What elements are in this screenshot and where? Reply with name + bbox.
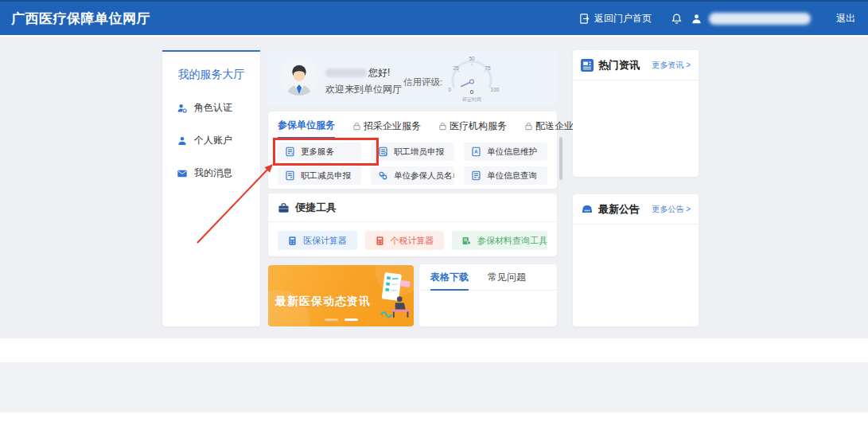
sidebar-item-label: 个人账户	[194, 134, 232, 147]
insurance-materials-query-button[interactable]: 参保材料查询工具	[452, 231, 547, 250]
services-card: 参保单位服务 招采企业服务 医疗机构服务 配送企业服务	[268, 111, 557, 189]
more-services-icon	[285, 147, 295, 157]
avatar	[281, 59, 317, 96]
unit-info-query-icon	[471, 170, 481, 181]
service-unit-info-maintain-button[interactable]: 单位信息维护	[464, 143, 547, 161]
greeting-card: 您好! 欢迎来到单位网厅 信用评级: 0 25 50 75 100 0 评定时间	[268, 50, 557, 105]
banner-pagination	[325, 318, 358, 321]
lock-icon	[524, 122, 533, 131]
return-portal-home-link[interactable]: 返回门户首页	[578, 12, 652, 25]
bell-icon	[671, 13, 683, 25]
banner-title: 最新医保动态资讯	[275, 295, 371, 309]
tab-label: 参保单位服务	[278, 119, 335, 132]
user-icon	[691, 13, 703, 25]
tab-form-download[interactable]: 表格下载	[430, 271, 469, 291]
account-user-icon[interactable]	[691, 13, 703, 25]
logout-button[interactable]: 退出	[836, 12, 855, 25]
service-label: 单位信息维护	[487, 147, 537, 158]
tab-faq[interactable]: 常见问题	[488, 271, 526, 290]
toolbox-icon	[278, 202, 290, 214]
service-label: 更多服务	[301, 147, 334, 158]
gauge-value: 0	[470, 88, 474, 96]
redacted-unit-name	[325, 68, 367, 77]
insured-list-icon	[378, 170, 388, 181]
service-label: 单位参保人员名单查询	[394, 170, 454, 182]
lock-icon	[438, 122, 447, 131]
service-label: 职工减员申报	[301, 170, 351, 182]
tab-label: 招采企业服务	[364, 119, 421, 133]
gauge-tick-75: 75	[485, 65, 491, 71]
tab-procurement-enterprise-services[interactable]: 招采企业服务	[352, 119, 421, 139]
calculator-icon	[375, 236, 385, 246]
service-label: 职工增员申报	[394, 147, 444, 158]
banner-dot-1[interactable]	[325, 318, 338, 321]
tab-medical-institution-services[interactable]: 医疗机构服务	[438, 119, 507, 139]
service-label: 单位信息查询	[487, 170, 537, 182]
header-actions: 返回门户首页 退出	[578, 12, 868, 25]
gauge-tick-0: 0	[448, 87, 451, 92]
service-insured-list-query-button[interactable]: 单位参保人员名单查询	[371, 166, 454, 185]
staff-add-icon	[378, 147, 388, 157]
tool-label: 个税计算器	[391, 235, 434, 247]
credit-rating-gauge: 0 25 50 75 100 0 评定时间	[436, 52, 508, 104]
tool-label: 医保计算器	[303, 235, 347, 247]
service-staff-add-declare-button[interactable]: 职工增员申报	[371, 143, 454, 161]
hot-news-card: 热门资讯 更多资讯 >	[573, 50, 699, 177]
avatar-illustration	[281, 59, 317, 96]
lock-icon	[352, 122, 361, 131]
tools-card: 便捷工具 医保计算器 个税计算器	[268, 193, 557, 256]
news-carousel-banner[interactable]: 最新医保动态资讯	[268, 265, 414, 326]
more-announcements-link[interactable]: 更多公告 >	[652, 204, 691, 215]
service-more-services-button[interactable]: 更多服务	[278, 143, 361, 161]
medical-insurance-calculator-button[interactable]: 医保计算器	[278, 231, 357, 250]
service-staff-remove-declare-button[interactable]: 职工减员申报	[278, 166, 361, 185]
calculator-icon	[287, 236, 298, 246]
materials-query-icon	[461, 236, 472, 246]
greeting-hello-row: 您好!	[325, 66, 390, 80]
welcome-text: 欢迎来到单位网厅	[325, 83, 402, 96]
downloads-card: 表格下载 常见问题	[419, 264, 557, 326]
banner-dot-2[interactable]	[344, 318, 358, 321]
announcements-title: 最新公告	[598, 202, 640, 217]
footer-strip	[0, 362, 868, 412]
news-icon	[581, 59, 594, 72]
messages-icon	[177, 168, 188, 179]
return-portal-home-label: 返回门户首页	[594, 12, 652, 25]
services-scrollbar-thumb[interactable]	[559, 137, 562, 180]
announcements-header: 最新公告 更多公告 >	[573, 194, 699, 225]
hot-news-title: 热门资讯	[598, 58, 640, 72]
sidebar-item-my-messages[interactable]: 我的消息	[162, 166, 260, 180]
gauge-tick-100: 100	[491, 87, 500, 92]
gauge-tick-50: 50	[469, 56, 475, 61]
role-auth-icon	[177, 103, 188, 114]
announcement-icon	[581, 203, 594, 216]
tools-buttons: 医保计算器 个税计算器 参保材料查询工具	[268, 222, 557, 250]
personal-account-icon	[177, 135, 188, 147]
page: 广西医疗保障单位网厅 返回门户首页 退出	[0, 0, 868, 422]
staff-remove-icon	[285, 170, 295, 181]
hello-text: 您好!	[368, 66, 390, 80]
app-title: 广西医疗保障单位网厅	[0, 10, 150, 28]
return-home-icon	[578, 13, 590, 25]
sidebar-item-label: 角色认证	[194, 101, 232, 115]
hot-news-header: 热门资讯 更多资讯 >	[573, 50, 699, 80]
tool-label: 参保材料查询工具	[477, 235, 547, 247]
sidebar-item-role-auth[interactable]: 角色认证	[162, 101, 260, 115]
sidebar-title: 我的服务大厅	[162, 68, 260, 82]
personal-tax-calculator-button[interactable]: 个税计算器	[365, 231, 445, 250]
downloads-tabs: 表格下载 常见问题	[419, 264, 557, 291]
gauge-tick-25: 25	[453, 65, 459, 71]
service-tabs: 参保单位服务 招采企业服务 医疗机构服务 配送企业服务	[268, 111, 557, 139]
tools-title: 便捷工具	[295, 201, 337, 215]
unit-info-maintain-icon	[471, 147, 481, 157]
redacted-username	[709, 13, 811, 25]
tab-insured-unit-services[interactable]: 参保单位服务	[278, 119, 335, 139]
sidebar: 我的服务大厅 角色认证 个人账户 我的消息	[162, 50, 260, 326]
notifications-bell-icon[interactable]	[671, 13, 683, 25]
gauge-caption: 评定时间	[462, 96, 481, 103]
announcements-card: 最新公告 更多公告 >	[573, 194, 699, 326]
service-unit-info-query-button[interactable]: 单位信息查询	[464, 166, 547, 185]
service-buttons-grid: 更多服务 职工增员申报 单位信息维护 职工减员申报	[268, 139, 557, 185]
more-news-link[interactable]: 更多资讯 >	[652, 60, 691, 71]
sidebar-item-personal-account[interactable]: 个人账户	[162, 134, 260, 147]
